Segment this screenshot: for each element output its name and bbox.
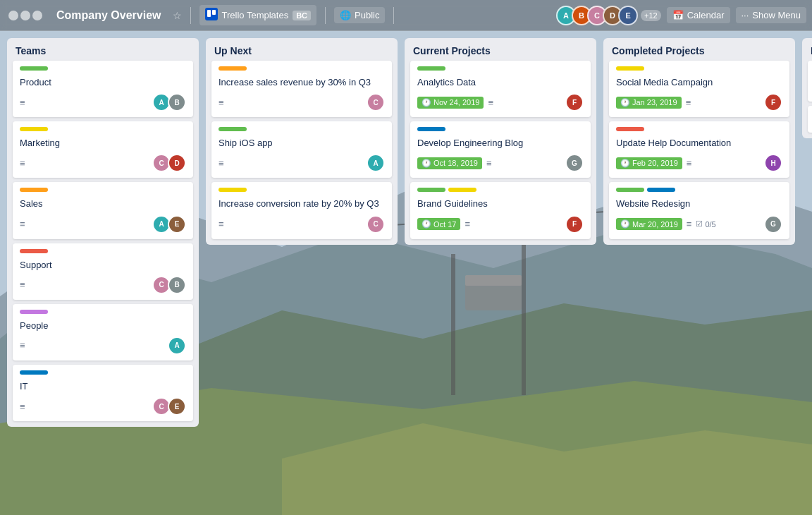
card-avatar-9: A — [168, 337, 186, 355]
desc-icon-people: ≡ — [20, 340, 25, 351]
calendar-button[interactable]: 📅 Calendar — [667, 7, 730, 23]
desc-icon-social: ≡ — [686, 97, 691, 108]
workspace-name: Trello Templates — [222, 10, 289, 20]
card-date-social: 🕐 Jan 23, 2019 — [616, 97, 682, 109]
card-avatar-12: C — [367, 93, 385, 111]
board-title[interactable]: Company Overview — [51, 6, 167, 25]
card-label-social-media — [616, 66, 644, 71]
nav-dot-3 — [32, 11, 42, 20]
card-footer-increase-conversion: ≡ C — [219, 215, 385, 234]
card-avatar-18: F — [764, 93, 782, 111]
card-avatars-ship-ios: A — [367, 154, 385, 172]
desc-icon-analytics: ≡ — [488, 97, 493, 108]
card-footer-social-media: 🕐 Jan 23, 2019 ≡ F — [616, 93, 782, 111]
card-label-analytics-data — [417, 66, 445, 71]
card-avatar-15: F — [565, 93, 584, 111]
card-label-marketing — [20, 127, 48, 131]
card-marketing[interactable]: Marketing ≡ C D — [13, 121, 193, 178]
card-avatars-product: A B — [152, 93, 186, 111]
workspace-button[interactable]: Trello Templates BC — [199, 5, 317, 25]
visibility-label: Public — [355, 10, 379, 20]
calendar-label: Calendar — [687, 10, 725, 20]
card-footer-ship-ios: ≡ A — [219, 154, 385, 172]
avatar-count[interactable]: +12 — [641, 10, 661, 21]
card-avatars-it: C E — [152, 397, 186, 416]
card-brand-guidelines[interactable]: Brand Guidelines 🕐 Oct 17 ≡ F — [410, 182, 591, 238]
card-title-website-redesign: Website Redesign — [616, 198, 782, 210]
card-help-docs[interactable]: Update Help Documentation 🕐 Feb 20, 2019… — [609, 121, 789, 178]
card-avatars-website: G — [764, 215, 782, 234]
card-footer-sales: ≡ A E — [20, 215, 186, 234]
card-social-media[interactable]: Social Media Campaign 🕐 Jan 23, 2019 ≡ F — [609, 61, 789, 117]
clock-icon-website: 🕐 — [620, 219, 630, 229]
card-label-product — [20, 66, 48, 71]
checklist-icon: ☑ — [696, 219, 703, 229]
card-product[interactable]: Product ≡ A B — [13, 61, 193, 117]
visibility-button[interactable]: 🌐 Public — [334, 7, 385, 23]
card-title-product: Product — [20, 76, 186, 89]
card-label-brand-green — [417, 188, 445, 192]
nav-divider-3 — [393, 7, 394, 24]
trello-icon — [205, 8, 218, 23]
card-backlog-2[interactable]: B... a... d... — [808, 106, 812, 132]
star-icon[interactable]: ☆ — [173, 10, 182, 21]
card-people[interactable]: People ≡ A — [13, 304, 193, 360]
card-avatars-engineering: G — [565, 154, 584, 172]
card-footer-marketing: ≡ C D — [20, 154, 186, 172]
card-footer-analytics-data: 🕐 Nov 24, 2019 ≡ F — [417, 93, 584, 111]
column-header-up-next: Up Next — [206, 38, 398, 61]
card-footer-support: ≡ C B — [20, 276, 186, 294]
card-avatar-4: D — [168, 154, 186, 172]
desc-icon-brand: ≡ — [465, 219, 470, 229]
card-backlog-1[interactable]: B... C...re... — [808, 61, 812, 102]
card-sales[interactable]: Sales ≡ A E — [13, 182, 193, 238]
card-date-help: 🕐 Feb 20, 2019 — [616, 157, 682, 169]
column-current-projects: Current Projects Analytics Data 🕐 Nov 24… — [405, 38, 596, 245]
card-ship-ios[interactable]: Ship iOS app ≡ A — [211, 121, 392, 178]
member-avatars[interactable]: A B C D E +12 — [556, 6, 661, 25]
card-avatars-social: F — [764, 93, 782, 111]
card-footer-brand-guidelines: 🕐 Oct 17 ≡ F — [417, 215, 584, 234]
card-label-increase-conversion — [219, 188, 247, 192]
avatar-5[interactable]: E — [618, 6, 638, 25]
column-header-teams: Teams — [7, 38, 199, 61]
card-increase-conversion[interactable]: Increase conversion rate by 20% by Q3 ≡ … — [211, 182, 392, 238]
card-avatar-14: C — [367, 215, 385, 234]
column-cards-backlog: B... C...re... B... a... d... — [802, 61, 812, 138]
svg-rect-13 — [212, 10, 216, 15]
svg-rect-12 — [207, 10, 211, 17]
card-label-it — [20, 370, 48, 375]
card-label-increase-sales — [219, 66, 247, 71]
card-avatar-16: G — [565, 154, 584, 172]
card-engineering-blog[interactable]: Develop Engineering Blog 🕐 Oct 18, 2019 … — [410, 121, 591, 178]
card-title-increase-sales: Increase sales revenue by 30% in Q3 — [219, 76, 385, 89]
card-increase-sales[interactable]: Increase sales revenue by 30% in Q3 ≡ C — [211, 61, 392, 117]
clock-icon-engineering: 🕐 — [422, 159, 431, 168]
card-footer-people: ≡ A — [20, 337, 186, 355]
card-title-support: Support — [20, 259, 186, 272]
card-it[interactable]: IT ≡ C E — [13, 365, 193, 421]
card-avatars-help: H — [764, 154, 782, 172]
desc-icon-engineering: ≡ — [486, 158, 492, 169]
card-avatar-8: B — [168, 276, 186, 294]
card-label-help-docs — [616, 127, 644, 131]
card-analytics-data[interactable]: Analytics Data 🕐 Nov 24, 2019 ≡ F — [410, 61, 591, 117]
board-area: Teams Product ≡ A B Market — [0, 31, 812, 515]
card-title-ship-ios: Ship iOS app — [219, 137, 385, 150]
nav-divider-1 — [190, 7, 191, 24]
card-support[interactable]: Support ≡ C B — [13, 243, 193, 300]
card-label-sales — [20, 188, 48, 192]
card-label-website-blue — [647, 188, 675, 192]
nav-dot-1 — [8, 11, 18, 20]
card-avatars-increase-sales: C — [367, 93, 385, 111]
column-cards-teams: Product ≡ A B Marketing ≡ — [7, 61, 199, 427]
workspace-badge: BC — [293, 11, 311, 20]
card-website-redesign[interactable]: Website Redesign 🕐 Mar 20, 2019 ≡ ☑ 0/5 — [609, 182, 789, 238]
card-avatar-19: H — [764, 154, 782, 172]
show-menu-button[interactable]: ··· Show Menu — [736, 7, 807, 23]
card-avatars-people: A — [168, 337, 186, 355]
svg-rect-11 — [205, 8, 218, 20]
desc-icon-marketing: ≡ — [20, 158, 25, 169]
card-title-help-docs: Update Help Documentation — [616, 137, 782, 150]
card-date-brand: 🕐 Oct 17 — [417, 218, 460, 230]
